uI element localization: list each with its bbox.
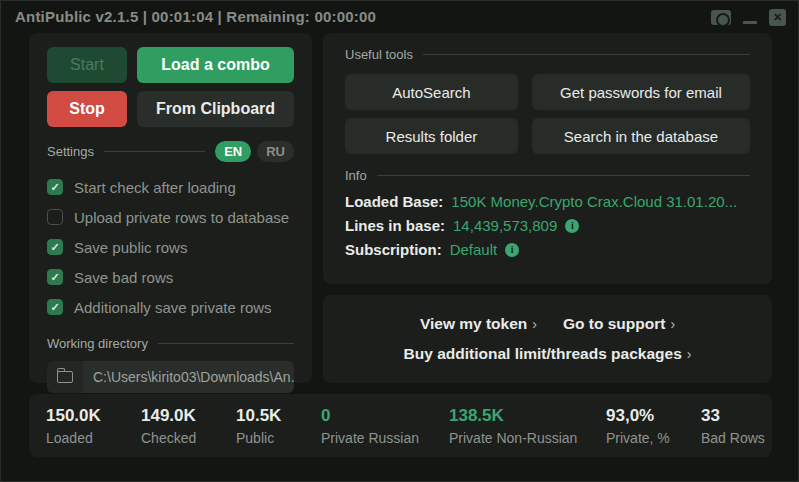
links-panel: View my token › Go to support › Buy addi… — [323, 295, 772, 383]
window-controls — [711, 1, 786, 31]
stat-label: Public — [236, 430, 321, 446]
stat-private-percent: 93,0% Private, % — [606, 406, 701, 446]
go-to-support-link[interactable]: Go to support › — [563, 315, 675, 333]
info-label: Info — [345, 168, 367, 183]
stat-label: Private Russian — [321, 430, 449, 446]
lines-in-base-value: 14,439,573,809 — [453, 217, 557, 234]
info-header: Info — [345, 168, 750, 183]
control-panel: Start Load a combo Stop From Clipboard S… — [29, 33, 312, 383]
checkbox-additionally-save-private-rows[interactable]: Additionally save private rows — [47, 292, 294, 322]
checkbox-label: Save public rows — [74, 239, 187, 256]
start-button[interactable]: Start — [47, 47, 127, 83]
view-token-label: View my token — [420, 315, 527, 333]
working-directory-row: C:\Users\kirito03\Downloads\An... — [47, 361, 294, 393]
stat-checked: 149.0K Checked — [141, 406, 236, 446]
checkbox-save-public-rows[interactable]: Save public rows — [47, 232, 294, 262]
stat-bad-rows: 33 Bad Rows — [701, 406, 765, 446]
title-bar: AntiPublic v2.1.5 | 00:01:04 | Remaining… — [1, 1, 798, 31]
stat-value: 33 — [701, 406, 765, 426]
language-en-toggle[interactable]: EN — [215, 141, 251, 162]
divider — [377, 175, 750, 176]
loaded-base-value: 150K Money.Crypto Crax.Cloud 31.01.20... — [451, 193, 737, 210]
checkbox-box[interactable] — [47, 269, 63, 285]
stat-label: Checked — [141, 430, 236, 446]
chevron-right-icon: › — [687, 346, 692, 362]
stat-label: Bad Rows — [701, 430, 765, 446]
info-icon[interactable] — [505, 243, 519, 257]
stat-private-russian: 0 Private Russian — [321, 406, 449, 446]
lines-in-base-row: Lines in base: 14,439,573,809 — [345, 217, 750, 234]
stat-value: 138.5K — [449, 406, 606, 426]
stat-public: 10.5K Public — [236, 406, 321, 446]
working-directory-label: Working directory — [47, 336, 148, 351]
checkbox-label: Save bad rows — [74, 269, 173, 286]
stat-label: Private, % — [606, 430, 701, 446]
results-folder-button[interactable]: Results folder — [345, 118, 518, 154]
load-combo-button[interactable]: Load a combo — [137, 47, 294, 83]
checkbox-label: Start check after loading — [74, 179, 236, 196]
from-clipboard-button[interactable]: From Clipboard — [137, 91, 294, 127]
loaded-base-row: Loaded Base: 150K Money.Crypto Crax.Clou… — [345, 193, 750, 210]
search-database-button[interactable]: Search in the database — [532, 118, 750, 154]
get-passwords-button[interactable]: Get passwords for email — [532, 74, 750, 110]
stat-value: 93,0% — [606, 406, 701, 426]
stat-loaded: 150.0K Loaded — [46, 406, 141, 446]
checkbox-box[interactable] — [47, 299, 63, 315]
minimize-icon[interactable] — [743, 21, 757, 24]
screenshot-camera-icon[interactable] — [711, 10, 731, 25]
autosearch-button[interactable]: AutoSearch — [345, 74, 518, 110]
subscription-label: Subscription: — [345, 241, 442, 258]
browse-folder-button[interactable] — [47, 361, 83, 393]
subscription-value: Default — [450, 241, 498, 258]
stop-button[interactable]: Stop — [47, 91, 127, 127]
lines-in-base-label: Lines in base: — [345, 217, 445, 234]
loaded-base-label: Loaded Base: — [345, 193, 443, 210]
language-switch: EN RU — [215, 141, 294, 162]
checkbox-box[interactable] — [47, 239, 63, 255]
checkbox-label: Upload private rows to database — [74, 209, 289, 226]
stats-bar: 150.0K Loaded 149.0K Checked 10.5K Publi… — [29, 394, 772, 457]
buy-packages-label: Buy additional limit/threads packages — [404, 345, 682, 363]
window-title: AntiPublic v2.1.5 | 00:01:04 | Remaining… — [15, 8, 376, 25]
stat-label: Private Non-Russian — [449, 430, 606, 446]
view-token-link[interactable]: View my token › — [420, 315, 537, 333]
settings-label: Settings — [47, 144, 94, 159]
chevron-right-icon: › — [532, 316, 537, 332]
language-ru-toggle[interactable]: RU — [257, 141, 294, 162]
go-to-support-label: Go to support — [563, 315, 665, 333]
useful-tools-header: Useful tools — [345, 47, 750, 62]
stat-value: 0 — [321, 406, 449, 426]
buy-packages-link[interactable]: Buy additional limit/threads packages › — [404, 345, 692, 363]
working-directory-path[interactable]: C:\Users\kirito03\Downloads\An... — [83, 361, 294, 393]
stat-value: 149.0K — [141, 406, 236, 426]
checkbox-label: Additionally save private rows — [74, 299, 272, 316]
checkbox-box[interactable] — [47, 209, 63, 225]
checkbox-box[interactable] — [47, 179, 63, 195]
folder-icon — [57, 371, 73, 383]
info-icon[interactable] — [565, 219, 579, 233]
subscription-row: Subscription: Default — [345, 241, 750, 258]
divider — [158, 343, 294, 344]
stat-value: 150.0K — [46, 406, 141, 426]
stat-label: Loaded — [46, 430, 141, 446]
stat-value: 10.5K — [236, 406, 321, 426]
settings-header: Settings EN RU — [47, 141, 294, 162]
checkbox-upload-private-rows[interactable]: Upload private rows to database — [47, 202, 294, 232]
useful-tools-label: Useful tools — [345, 47, 413, 62]
checkbox-save-bad-rows[interactable]: Save bad rows — [47, 262, 294, 292]
close-icon[interactable] — [769, 9, 786, 26]
chevron-right-icon: › — [670, 316, 675, 332]
working-directory-header: Working directory — [47, 336, 294, 351]
checkbox-start-check-after-loading[interactable]: Start check after loading — [47, 172, 294, 202]
tools-info-panel: Useful tools AutoSearch Get passwords fo… — [323, 33, 772, 284]
divider — [104, 151, 205, 152]
divider — [423, 54, 750, 55]
stat-private-non-russian: 138.5K Private Non-Russian — [449, 406, 606, 446]
